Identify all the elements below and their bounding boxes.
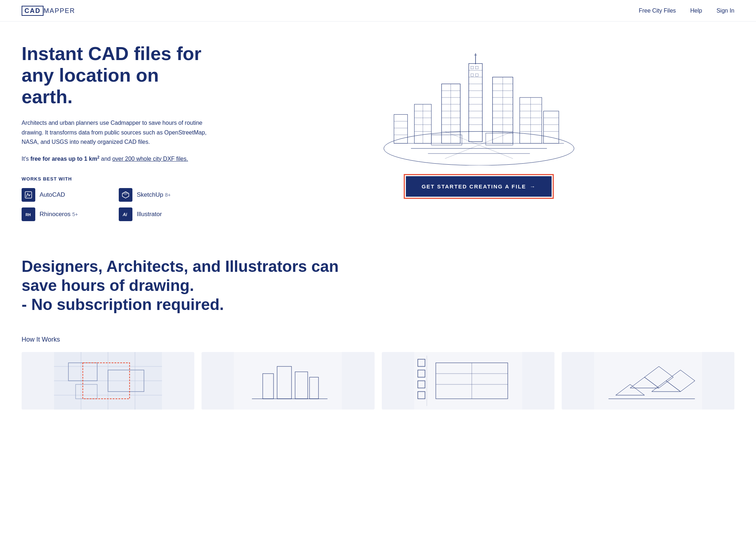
tagline-line2: - No subscription required. xyxy=(22,296,224,313)
svg-rect-22 xyxy=(471,66,474,69)
illustrator-name: Illustrator xyxy=(137,211,162,218)
software-rhinoceros: RH Rhinoceros 5+ xyxy=(22,207,112,221)
logo-mapper: MAPPER xyxy=(44,7,75,14)
software-sketchup: SketchUp 8+ xyxy=(119,188,209,202)
hero-description: Architects and urban planners use Cadmap… xyxy=(22,118,209,147)
free-bold: free for areas up to 1 km2 xyxy=(30,156,99,162)
how-cards xyxy=(22,352,734,410)
logo[interactable]: CADMAPPER xyxy=(22,6,75,15)
svg-rect-62 xyxy=(394,114,407,143)
rhinoceros-name: Rhinoceros 5+ xyxy=(40,211,78,218)
free-mid: and xyxy=(99,156,112,162)
svg-rect-26 xyxy=(442,84,460,143)
svg-rect-24 xyxy=(471,74,474,77)
tagline-line1: Designers, Architects, and Illustrators … xyxy=(22,257,339,294)
autocad-icon xyxy=(22,188,35,202)
cta-wrapper: GET STARTED CREATING A FILE → xyxy=(223,176,734,197)
tagline-section: Designers, Architects, and Illustrators … xyxy=(0,236,756,321)
svg-rect-90 xyxy=(414,352,522,410)
cta-label: GET STARTED CREATING A FILE xyxy=(422,183,526,189)
svg-rect-25 xyxy=(475,74,478,77)
svg-text:RH: RH xyxy=(26,213,31,217)
how-card-1 xyxy=(22,352,194,410)
autocad-name: AutoCAD xyxy=(40,191,65,198)
hero-section: Instant CAD files for any location on ea… xyxy=(0,22,756,236)
svg-marker-2 xyxy=(122,192,129,195)
illustrator-icon: Ai xyxy=(119,207,132,221)
software-autocad: AutoCAD xyxy=(22,188,112,202)
svg-rect-23 xyxy=(475,66,478,69)
hero-title: Instant CAD files for any location on ea… xyxy=(22,43,209,108)
how-card-4 xyxy=(562,352,734,410)
cta-arrow-icon: → xyxy=(530,183,536,189)
svg-rect-84 xyxy=(234,352,342,410)
hero-free-text: It's free for areas up to 1 km2 and over… xyxy=(22,154,209,164)
rhinoceros-icon: RH xyxy=(22,207,35,221)
nav-sign-in[interactable]: Sign In xyxy=(716,8,734,14)
software-illustrator: Ai Illustrator xyxy=(119,207,209,221)
nav-help[interactable]: Help xyxy=(690,8,702,14)
free-prefix: It's xyxy=(22,156,30,162)
svg-text:Ai: Ai xyxy=(122,212,127,217)
how-card-3 xyxy=(382,352,554,410)
works-best-label: WORKS BEST WITH xyxy=(22,176,209,182)
hero-right: GET STARTED CREATING A FILE → xyxy=(223,43,734,197)
nav-links: Free City Files Help Sign In xyxy=(639,8,734,14)
svg-rect-100 xyxy=(594,352,702,410)
logo-cad: CAD xyxy=(22,6,44,16)
software-grid: AutoCAD SketchUp 8+ RH xyxy=(22,188,209,221)
hero-left: Instant CAD files for any location on ea… xyxy=(22,43,209,221)
nav-free-city-files[interactable]: Free City Files xyxy=(639,8,676,14)
free-city-link[interactable]: over 200 whole city DXF files. xyxy=(112,156,188,162)
city-illustration xyxy=(375,43,583,165)
how-it-works-label: How It Works xyxy=(22,336,734,343)
sketchup-name: SketchUp 8+ xyxy=(137,191,171,198)
tagline: Designers, Architects, and Illustrators … xyxy=(22,257,345,314)
get-started-button[interactable]: GET STARTED CREATING A FILE → xyxy=(406,176,552,197)
navbar: CADMAPPER Free City Files Help Sign In xyxy=(0,0,756,22)
how-it-works-section: How It Works xyxy=(0,321,756,410)
sketchup-icon xyxy=(119,188,132,202)
how-card-2 xyxy=(202,352,374,410)
